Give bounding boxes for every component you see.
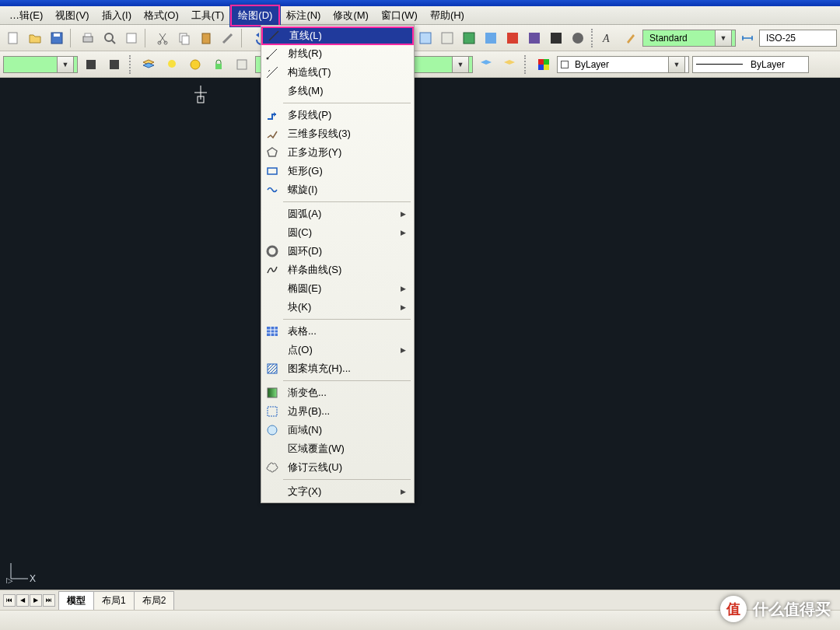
paste-icon[interactable] [196, 28, 216, 48]
menu-item-arc[interactable]: 圆弧(A)▶ [261, 205, 414, 223]
menu-item-rect[interactable]: 矩形(G) [261, 162, 414, 180]
svg-rect-2 [54, 33, 60, 37]
dim-style-combo[interactable]: ISO-25 [759, 30, 837, 47]
menu-item-hatch[interactable]: 图案填充(H)... [261, 359, 414, 378]
match-icon[interactable] [218, 28, 238, 48]
lock-icon[interactable] [208, 54, 229, 75]
tb-icon[interactable] [524, 28, 544, 48]
tab-model[interactable]: 模型 [58, 591, 94, 610]
dropdown-icon[interactable]: ▼ [668, 56, 685, 73]
tb-icon[interactable] [546, 28, 566, 48]
menu-item-spline[interactable]: 样条曲线(S) [261, 261, 414, 279]
color-combo[interactable]: ByLayer ▼ [557, 56, 689, 73]
layer-states-icon[interactable] [104, 54, 124, 75]
helix-icon [261, 182, 283, 198]
tab-next-icon[interactable]: ▶ [30, 594, 42, 607]
dim-style-icon[interactable] [737, 28, 758, 48]
menu-item-gradient[interactable]: 渐变色... [261, 383, 414, 402]
new-icon[interactable] [3, 28, 23, 48]
tb-icon[interactable] [502, 28, 523, 48]
menu-item-helix[interactable]: 螺旋(I) [261, 180, 414, 199]
open-icon[interactable] [25, 28, 45, 48]
tab-prev-icon[interactable]: ◀ [16, 594, 29, 607]
tb-icon[interactable] [437, 28, 457, 48]
menu-item-line[interactable]: 直线(L) [261, 26, 414, 45]
layer-props-icon[interactable] [138, 54, 159, 75]
save-icon[interactable] [47, 28, 67, 48]
layer-tool-icon[interactable] [476, 54, 496, 75]
menu-label: 文字(X) [283, 485, 401, 499]
menu-item-text[interactable]: 文字(X)▶ [261, 482, 414, 501]
copy-icon[interactable] [174, 28, 194, 48]
menu-help[interactable]: 帮助(H) [424, 6, 471, 25]
svg-rect-0 [9, 33, 17, 44]
dropdown-icon[interactable]: ▼ [452, 56, 469, 73]
menu-dimension[interactable]: 标注(N) [280, 6, 327, 25]
mline-icon [261, 83, 283, 99]
dropdown-icon[interactable]: ▼ [715, 30, 732, 47]
menu-item-ellipse[interactable]: 椭圆(E)▶ [261, 279, 414, 298]
menu-tools[interactable]: 工具(T) [185, 6, 231, 25]
menu-item-table[interactable]: 表格... [261, 322, 414, 341]
toolbar-grip[interactable] [129, 55, 134, 74]
menu-item-ray[interactable]: 射线(R) [261, 44, 414, 63]
tab-layout2[interactable]: 布局2 [134, 591, 175, 610]
tab-first-icon[interactable]: ⏮ [3, 594, 16, 607]
menu-insert[interactable]: 插入(I) [96, 6, 138, 25]
menu-item-region[interactable]: 面域(N) [261, 421, 414, 439]
tab-last-icon[interactable]: ⏭ [43, 594, 55, 607]
watermark-badge-icon: 值 [720, 596, 747, 622]
layer-combo[interactable]: ▼ [3, 56, 78, 73]
menu-edit[interactable]: …辑(E) [3, 6, 49, 25]
menu-draw[interactable]: 绘图(D) [230, 5, 280, 26]
svg-line-40 [269, 31, 278, 40]
menu-modify[interactable]: 修改(M) [327, 6, 375, 25]
print-icon[interactable] [78, 28, 98, 48]
tb-icon[interactable] [568, 28, 588, 48]
tb-icon[interactable] [459, 28, 479, 48]
brush-icon[interactable] [621, 28, 641, 48]
menu-item-block[interactable]: 块(K)▶ [261, 298, 414, 317]
color-icon[interactable] [534, 54, 554, 75]
bulb-icon[interactable] [162, 54, 182, 75]
text-style-icon[interactable]: A [599, 28, 619, 48]
menu-view[interactable]: 视图(V) [49, 6, 95, 25]
text-style-combo[interactable]: Standard ▼ [642, 30, 736, 47]
layer-icon[interactable] [232, 54, 252, 75]
menu-item-revcloud[interactable]: 修订云线(U) [261, 458, 414, 477]
menu-label: 射线(R) [283, 47, 409, 61]
menu-item-3dpoly[interactable]: 三维多段线(3) [261, 124, 414, 143]
menu-item-donut[interactable]: 圆环(D) [261, 242, 414, 261]
tb-icon[interactable] [481, 28, 501, 48]
svg-rect-15 [442, 33, 453, 44]
menu-item-point[interactable]: 点(O)▶ [261, 341, 414, 359]
toolbar-grip[interactable] [524, 55, 529, 74]
menu-item-pline[interactable]: 多段线(P) [261, 106, 414, 124]
svg-rect-7 [127, 33, 136, 43]
menu-format[interactable]: 格式(O) [138, 6, 185, 25]
tab-layout1[interactable]: 布局1 [93, 591, 135, 610]
menu-item-boundary[interactable]: 边界(B)... [261, 402, 414, 421]
tb-icon[interactable] [415, 28, 436, 48]
dropdown-icon[interactable]: ▼ [57, 56, 74, 73]
menu-item-xline[interactable]: 构造线(T) [261, 63, 414, 82]
menu-item-wipeout[interactable]: 区域覆盖(W) [261, 439, 414, 458]
freeze-icon[interactable] [185, 54, 205, 75]
menu-item-polygon[interactable]: 正多边形(Y) [261, 143, 414, 162]
menu-label: 区域覆盖(W) [283, 442, 409, 456]
color-swatch-icon [561, 61, 569, 68]
svg-point-26 [191, 60, 200, 69]
toolbar-grip[interactable] [591, 29, 596, 47]
table-icon [261, 324, 283, 339]
layer-prev-icon[interactable] [81, 54, 101, 75]
linetype-preview-icon [696, 64, 743, 65]
drawing-canvas[interactable]: ▷X [0, 78, 840, 590]
linetype-combo[interactable]: ByLayer [692, 56, 809, 73]
publish-icon[interactable] [121, 28, 142, 48]
cut-icon[interactable] [152, 28, 173, 48]
menu-window[interactable]: 窗口(W) [375, 6, 424, 25]
menu-item-circle[interactable]: 圆(C)▶ [261, 223, 414, 242]
layer-tool-icon[interactable] [499, 54, 520, 75]
menu-item-mline[interactable]: 多线(M) [261, 82, 414, 100]
preview-icon[interactable] [100, 28, 120, 48]
